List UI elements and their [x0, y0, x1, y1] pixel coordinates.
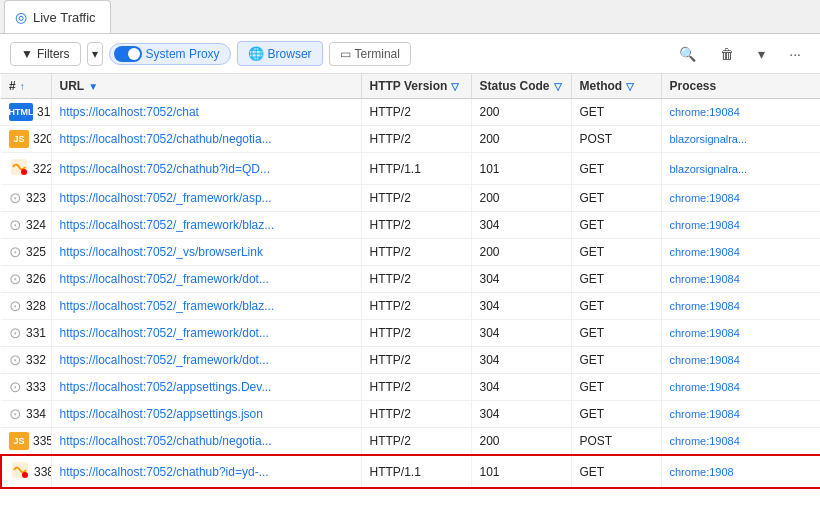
cell-method: GET — [571, 239, 661, 266]
post-icon: JS — [9, 432, 29, 450]
cell-num: ⊙ 324 — [1, 212, 51, 239]
cell-url: https://localhost:7052/appsettings.json — [51, 401, 361, 428]
cell-url: https://localhost:7052/chat — [51, 99, 361, 126]
col-header-method: Method ▽ — [571, 74, 661, 99]
cached-icon: ⊙ — [9, 351, 22, 369]
toggle-label: System Proxy — [146, 47, 220, 61]
table-body: HTML 317 https://localhost:7052/chat HTT… — [1, 99, 820, 489]
filter-icon: ▽ — [451, 81, 459, 92]
table-row[interactable]: ⊙ 333 https://localhost:7052/appsettings… — [1, 374, 820, 401]
cell-process: chrome:19084 — [661, 401, 820, 428]
cell-method: GET — [571, 347, 661, 374]
col-header-url: URL ▼ — [51, 74, 361, 99]
cached-icon: ⊙ — [9, 405, 22, 423]
table-row[interactable]: ⊙ 334 https://localhost:7052/appsettings… — [1, 401, 820, 428]
cell-process: chrome:19084 — [661, 266, 820, 293]
cell-method: GET — [571, 374, 661, 401]
cell-status: 304 — [471, 374, 571, 401]
table-row[interactable]: ⊙ 326 https://localhost:7052/_framework/… — [1, 266, 820, 293]
browser-button[interactable]: 🌐 Browser — [237, 41, 323, 66]
cell-process: chrome:19084 — [661, 320, 820, 347]
chevron-down-icon: ▾ — [92, 47, 98, 61]
cell-http: HTTP/2 — [361, 347, 471, 374]
table-row[interactable]: ⊙ 325 https://localhost:7052/_vs/browser… — [1, 239, 820, 266]
cell-process: blazorsignalra... — [661, 153, 820, 185]
filters-chevron-button[interactable]: ▾ — [87, 42, 103, 66]
cell-process: chrome:19084 — [661, 239, 820, 266]
cell-status: 200 — [471, 185, 571, 212]
delete-button[interactable]: 🗑 — [711, 41, 743, 67]
terminal-icon: ▭ — [340, 47, 351, 61]
table-row[interactable]: ⊙ 331 https://localhost:7052/_framework/… — [1, 320, 820, 347]
table-row[interactable]: ⊙ 324 https://localhost:7052/_framework/… — [1, 212, 820, 239]
col-header-http: HTTP Version ▽ — [361, 74, 471, 99]
cell-http: HTTP/2 — [361, 374, 471, 401]
table-row[interactable]: ⊙ 323 https://localhost:7052/_framework/… — [1, 185, 820, 212]
tab-label: Live Traffic — [33, 10, 96, 25]
chevron-down-icon: ▾ — [758, 46, 765, 62]
cached-icon: ⊙ — [9, 324, 22, 342]
terminal-button[interactable]: ▭ Terminal — [329, 42, 411, 66]
live-traffic-icon: ◎ — [15, 9, 27, 25]
cell-status: 200 — [471, 239, 571, 266]
table-row[interactable]: 322 https://localhost:7052/chathub?id=QD… — [1, 153, 820, 185]
cell-process: chrome:19084 — [661, 99, 820, 126]
cell-method: POST — [571, 126, 661, 153]
cell-http: HTTP/2 — [361, 185, 471, 212]
cell-process: chrome:19084 — [661, 347, 820, 374]
cell-url: https://localhost:7052/chathub?id=QD... — [51, 153, 361, 185]
table-row[interactable]: JS 335 https://localhost:7052/chathub/ne… — [1, 428, 820, 456]
filters-button[interactable]: ▼ Filters — [10, 42, 81, 66]
cell-method: GET — [571, 266, 661, 293]
cell-url: https://localhost:7052/_framework/dot... — [51, 320, 361, 347]
cell-url: https://localhost:7052/_vs/browserLink — [51, 239, 361, 266]
browser-icon: 🌐 — [248, 46, 264, 61]
cell-status: 200 — [471, 428, 571, 456]
search-button[interactable]: 🔍 — [670, 41, 705, 67]
cell-num: 338 — [1, 455, 51, 488]
system-proxy-toggle[interactable]: System Proxy — [109, 43, 231, 65]
cell-url: https://localhost:7052/_framework/dot... — [51, 347, 361, 374]
cell-num: ⊙ 331 — [1, 320, 51, 347]
table-row[interactable]: ⊙ 328 https://localhost:7052/_framework/… — [1, 293, 820, 320]
cell-http: HTTP/2 — [361, 126, 471, 153]
cell-process: chrome:1908 — [661, 455, 820, 488]
cell-process: chrome:19084 — [661, 212, 820, 239]
cell-status: 101 — [471, 455, 571, 488]
websocket-icon — [10, 460, 30, 483]
cell-status: 304 — [471, 212, 571, 239]
filter-icon: ▽ — [626, 81, 634, 92]
cell-url: https://localhost:7052/chathub/negotia..… — [51, 428, 361, 456]
cell-http: HTTP/2 — [361, 293, 471, 320]
cell-process: chrome:19084 — [661, 185, 820, 212]
col-header-process: Process — [661, 74, 820, 99]
cell-http: HTTP/1.1 — [361, 153, 471, 185]
cell-url: https://localhost:7052/_framework/blaz..… — [51, 293, 361, 320]
toggle-switch — [114, 46, 142, 62]
delete-chevron-button[interactable]: ▾ — [749, 41, 774, 67]
cell-status: 304 — [471, 266, 571, 293]
cell-num: 322 — [1, 153, 51, 185]
cell-status: 101 — [471, 153, 571, 185]
cell-http: HTTP/2 — [361, 212, 471, 239]
table-row[interactable]: ⊙ 332 https://localhost:7052/_framework/… — [1, 347, 820, 374]
cell-num: ⊙ 328 — [1, 293, 51, 320]
cell-url: https://localhost:7052/_framework/blaz..… — [51, 212, 361, 239]
table-row[interactable]: JS 320 https://localhost:7052/chathub/ne… — [1, 126, 820, 153]
cell-status: 200 — [471, 126, 571, 153]
filter-icon: ▼ — [21, 47, 33, 61]
post-icon: JS — [9, 130, 29, 148]
more-button[interactable]: ··· — [780, 41, 810, 67]
cell-method: GET — [571, 293, 661, 320]
cell-http: HTTP/2 — [361, 99, 471, 126]
sort-up-icon: ↑ — [20, 81, 25, 92]
cell-num: ⊙ 333 — [1, 374, 51, 401]
cell-url: https://localhost:7052/chathub?id=yd-... — [51, 455, 361, 488]
col-header-num: # ↑ — [1, 74, 51, 99]
table-row[interactable]: HTML 317 https://localhost:7052/chat HTT… — [1, 99, 820, 126]
cell-num: ⊙ 325 — [1, 239, 51, 266]
cell-num: ⊙ 334 — [1, 401, 51, 428]
cell-url: https://localhost:7052/_framework/dot... — [51, 266, 361, 293]
table-row[interactable]: 338 https://localhost:7052/chathub?id=yd… — [1, 455, 820, 488]
tab-live-traffic[interactable]: ◎ Live Traffic — [4, 0, 111, 33]
